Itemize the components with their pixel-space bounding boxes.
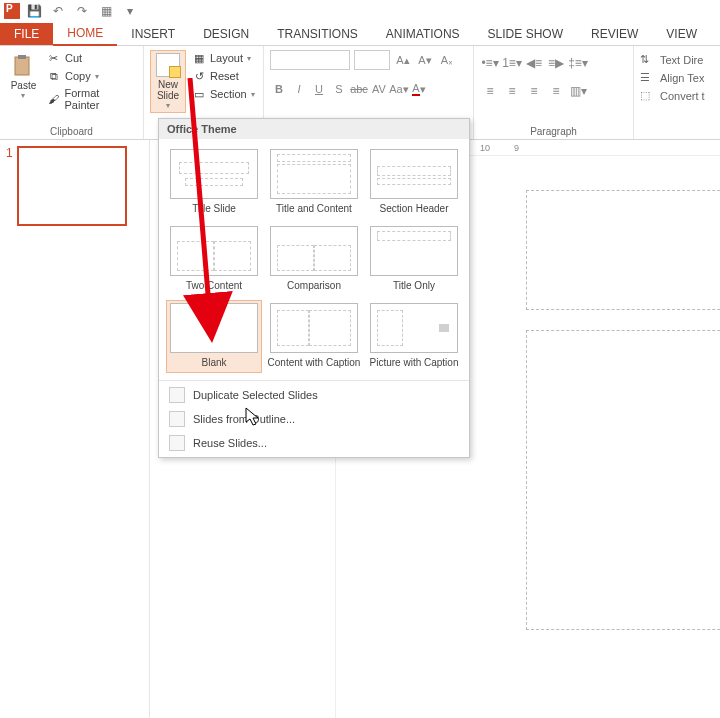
layout-label: Blank [201,357,226,368]
strikethrough-button[interactable]: abc [350,80,368,98]
scissors-icon: ✂ [47,51,61,65]
slide-canvas[interactable] [526,170,720,718]
section-label: Section [210,88,247,100]
slide-number: 1 [6,146,13,226]
slide-1-thumb[interactable] [17,146,127,226]
shadow-button[interactable]: S [330,80,348,98]
bullets-button[interactable]: •≡▾ [480,54,500,72]
tab-home[interactable]: HOME [53,22,117,46]
tab-insert[interactable]: INSERT [117,23,189,45]
layout-label: Comparison [287,280,341,291]
cut-button[interactable]: ✂Cut [45,50,137,66]
text-direction-icon: ⇅ [640,53,654,67]
section-button[interactable]: ▭Section▾ [190,86,257,102]
clear-formatting-icon[interactable]: Aₓ [438,51,456,69]
copy-icon: ⧉ [47,69,61,83]
increase-font-icon[interactable]: A▴ [394,51,412,69]
redo-icon[interactable]: ↷ [72,1,92,21]
tab-review[interactable]: REVIEW [577,23,652,45]
layout-title-slide[interactable]: Title Slide [167,147,261,218]
reuse-icon [169,435,185,451]
underline-button[interactable]: U [310,80,328,98]
layout-thumb [270,226,358,276]
line-spacing-button[interactable]: ‡≡▾ [568,54,588,72]
layout-button[interactable]: ▦Layout▾ [190,50,257,66]
align-center-button[interactable]: ≡ [502,82,522,100]
duplicate-icon [169,387,185,403]
layout-title-and-content[interactable]: Title and Content [267,147,361,218]
outline-icon [169,411,185,427]
format-painter-label: Format Painter [65,87,135,111]
gallery-title: Office Theme [159,119,469,139]
align-left-button[interactable]: ≡ [480,82,500,100]
char-spacing-button[interactable]: AV [370,80,388,98]
reset-button[interactable]: ↺Reset [190,68,257,84]
tab-animations[interactable]: ANIMATIONS [372,23,474,45]
justify-button[interactable]: ≡ [546,82,566,100]
slides-from-outline-item[interactable]: Slides from Outline... [159,407,469,431]
align-right-button[interactable]: ≡ [524,82,544,100]
svg-rect-0 [15,57,29,75]
layout-label: Title Slide [192,203,236,214]
duplicate-slides-item[interactable]: Duplicate Selected Slides [159,383,469,407]
text-direction-button[interactable]: ⇅Text Dire [640,52,703,68]
layout-label: Picture with Caption [370,357,459,368]
layout-picture-with-caption[interactable]: Picture with Caption [367,301,461,372]
layout-title-only[interactable]: Title Only [367,224,461,295]
smartart-icon: ⬚ [640,89,654,103]
paste-button[interactable]: Paste ▾ [6,50,41,100]
change-case-button[interactable]: Aa▾ [390,80,408,98]
paste-icon [11,54,35,78]
decrease-indent-button[interactable]: ◀≡ [524,54,544,72]
font-color-button[interactable]: A▾ [410,80,428,98]
placeholder-shape[interactable] [526,190,720,310]
columns-button[interactable]: ▥▾ [568,82,588,100]
layout-thumb [370,226,458,276]
undo-icon[interactable]: ↶ [48,1,68,21]
bold-button[interactable]: B [270,80,288,98]
convert-label: Convert t [660,90,705,102]
tab-design[interactable]: DESIGN [189,23,263,45]
align-text-button[interactable]: ☰Align Tex [640,70,704,86]
copy-label: Copy [65,70,91,82]
decrease-font-icon[interactable]: A▾ [416,51,434,69]
new-slide-button[interactable]: New Slide ▾ [150,50,186,113]
layout-icon: ▦ [192,51,206,65]
reset-label: Reset [210,70,239,82]
copy-button[interactable]: ⧉Copy▾ [45,68,137,84]
tab-slideshow[interactable]: SLIDE SHOW [474,23,577,45]
paste-label: Paste [11,80,37,91]
format-painter-button[interactable]: 🖌Format Painter [45,86,137,112]
qat-customize-icon[interactable]: ▾ [120,1,140,21]
layout-section-header[interactable]: Section Header [367,147,461,218]
slide-thumbnail[interactable]: 1 [6,146,143,226]
paragraph-group-label: Paragraph [480,124,627,137]
layout-content-with-caption[interactable]: Content with Caption [267,301,361,372]
save-icon[interactable]: 💾 [24,1,44,21]
slide-thumbnail-pane[interactable]: 1 [0,140,150,718]
reset-icon: ↺ [192,69,206,83]
convert-smartart-button[interactable]: ⬚Convert t [640,88,705,104]
layout-label: Content with Caption [268,357,361,368]
new-slide-gallery: Office Theme Title SlideTitle and Conten… [158,118,470,458]
font-name-combo[interactable] [270,50,350,70]
tab-view[interactable]: VIEW [652,23,711,45]
increase-indent-button[interactable]: ≡▶ [546,54,566,72]
layout-thumb [170,149,258,199]
group-paragraph: •≡▾ 1≡▾ ◀≡ ≡▶ ‡≡▾ ≡ ≡ ≡ ≡ ▥▾ Paragraph [474,46,634,139]
italic-button[interactable]: I [290,80,308,98]
outline-label: Slides from Outline... [193,413,295,425]
layout-blank[interactable]: Blank [166,300,262,373]
section-icon: ▭ [192,87,206,101]
tab-transitions[interactable]: TRANSITIONS [263,23,372,45]
placeholder-shape[interactable] [526,330,720,630]
layout-comparison[interactable]: Comparison [267,224,361,295]
numbering-button[interactable]: 1≡▾ [502,54,522,72]
tab-file[interactable]: FILE [0,23,53,45]
font-size-combo[interactable] [354,50,390,70]
layout-label: Title and Content [276,203,352,214]
layout-two-content[interactable]: Two Content [167,224,261,295]
layout-label: Title Only [393,280,435,291]
start-from-beginning-icon[interactable]: ▦ [96,1,116,21]
reuse-slides-item[interactable]: Reuse Slides... [159,431,469,455]
